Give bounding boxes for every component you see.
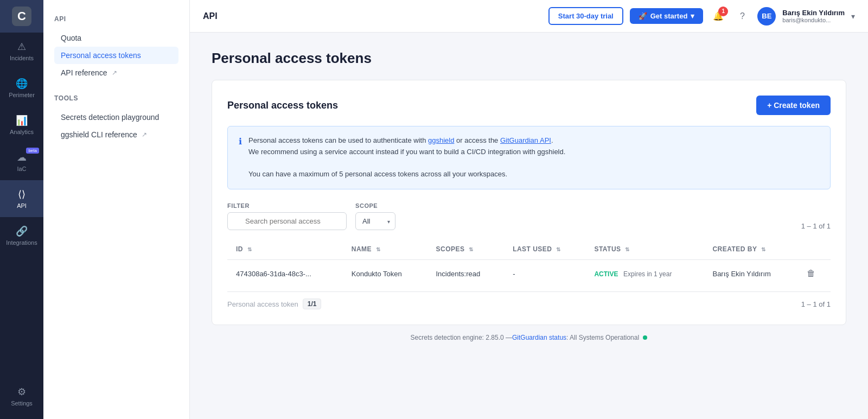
user-email: baris@kondukto... [782, 17, 845, 23]
filter-label: FILTER [227, 202, 347, 209]
sub-sidebar-tools-section: Tools Secrets detection playground ggshi… [43, 90, 189, 152]
search-input[interactable] [227, 212, 347, 230]
filters-area: FILTER 🔍 SCOPE All Read Write [227, 202, 831, 230]
ggshield-external-icon: ↗ [142, 131, 147, 138]
token-actions: 🗑 [798, 260, 831, 288]
scope-select[interactable]: All Read Write [355, 212, 395, 230]
sidebar-label-iac: IaC [17, 166, 26, 172]
top-pagination: 1 – 1 of 1 [801, 222, 831, 230]
scopes-sort-icon[interactable]: ⇅ [469, 246, 473, 252]
sidebar-label-settings: Settings [11, 400, 33, 407]
sidebar-item-integrations[interactable]: 🔗 Integrations [0, 217, 43, 254]
token-scopes: Incidents:read [427, 260, 505, 288]
sidebar-label-integrations: Integrations [6, 239, 37, 246]
token-created-by: Barış Ekin Yıldırım [704, 260, 798, 288]
rocket-icon: 🚀 [639, 12, 647, 20]
info-icon: ℹ [239, 136, 242, 180]
sidebar-item-analytics[interactable]: 📊 Analytics [0, 106, 43, 143]
sidebar-item-personal-access-tokens[interactable]: Personal access tokens [54, 47, 178, 64]
api-icon: ⟨⟩ [18, 188, 25, 200]
token-last-used: - [504, 260, 585, 288]
scope-label: SCOPE [355, 202, 395, 209]
token-count-area: Personal access token 1/1 [227, 299, 321, 309]
logo-letter: C [12, 7, 31, 26]
info-text: Personal access tokens can be used to au… [248, 135, 565, 180]
page-footer: Secrets detection engine: 2.85.0 —GitGua… [212, 325, 846, 350]
expires-text: Expires in 1 year [623, 270, 672, 278]
gitguardian-status-link[interactable]: GitGuardian status [512, 334, 566, 341]
topbar-title: API [203, 11, 218, 21]
get-started-button[interactable]: 🚀 Get started ▾ [630, 8, 704, 24]
col-actions [798, 239, 831, 260]
last-used-sort-icon[interactable]: ⇅ [556, 246, 560, 252]
token-count-badge: 1/1 [303, 299, 322, 309]
question-icon: ? [740, 11, 745, 21]
sidebar-label-perimeter: Perimeter [9, 92, 35, 98]
status-sort-icon[interactable]: ⇅ [625, 246, 629, 252]
sub-sidebar: API Quota Personal access tokens API ref… [43, 0, 190, 419]
gitguardian-api-link[interactable]: GitGuardian API [500, 136, 551, 144]
trial-button[interactable]: Start 30-day trial [548, 7, 623, 25]
delete-token-button[interactable]: 🗑 [807, 269, 815, 278]
info-line1-mid: or access the [454, 136, 500, 144]
get-started-label: Get started [650, 12, 688, 20]
sidebar-item-api[interactable]: ⟨⟩ API [0, 180, 43, 217]
analytics-icon: 📊 [16, 115, 28, 126]
content-area: Personal access tokens Personal access t… [190, 33, 868, 419]
info-box: ℹ Personal access tokens can be used to … [227, 126, 831, 189]
ggshield-link[interactable]: ggshield [428, 136, 454, 144]
sidebar-label-analytics: Analytics [10, 129, 34, 135]
footer-status-text: : All Systems Operational [566, 334, 639, 341]
topbar: API Start 30-day trial 🚀 Get started ▾ 🔔… [190, 0, 868, 33]
col-last-used: LAST USED ⇅ [504, 239, 585, 260]
sidebar-quota-label: Quota [61, 34, 81, 42]
card-header: Personal access tokens + Create token [227, 96, 831, 115]
info-line2: We recommend using a service account ins… [248, 148, 565, 156]
sidebar-ggshield-label: ggshield CLI reference [61, 130, 137, 139]
notifications-button[interactable]: 🔔 1 [710, 8, 727, 25]
settings-icon: ⚙ [17, 386, 26, 398]
created-by-sort-icon[interactable]: ⇅ [761, 246, 765, 252]
chevron-down-icon: ▾ [691, 12, 694, 20]
tokens-card: Personal access tokens + Create token ℹ … [212, 80, 846, 325]
user-name: Barış Ekin Yıldırım [782, 9, 845, 17]
page-title: Personal access tokens [212, 50, 846, 67]
col-id: ID ⇅ [227, 239, 343, 260]
sidebar-item-ggshield[interactable]: ggshield CLI reference ↗ [54, 126, 178, 143]
search-wrapper: 🔍 [227, 212, 347, 230]
token-id: 474308a6-31da-48c3-... [227, 260, 343, 288]
id-sort-icon[interactable]: ⇅ [247, 246, 252, 252]
sidebar-api-ref-label: API reference [61, 68, 107, 77]
sidebar: C ⚠ Incidents 🌐 Perimeter 📊 Analytics be… [0, 0, 43, 419]
user-info: Barış Ekin Yıldırım baris@kondukto... [782, 9, 845, 23]
create-token-button[interactable]: + Create token [756, 96, 831, 115]
card-title: Personal access tokens [227, 100, 338, 111]
integrations-icon: 🔗 [16, 225, 28, 237]
table-body: 474308a6-31da-48c3-... Kondukto Token In… [227, 260, 831, 288]
external-link-icon: ↗ [112, 69, 117, 77]
table-row: 474308a6-31da-48c3-... Kondukto Token In… [227, 260, 831, 288]
sidebar-item-perimeter[interactable]: 🌐 Perimeter [0, 69, 43, 106]
footer-engine-text: Secrets detection engine: 2.85.0 [411, 334, 504, 341]
user-dropdown-icon[interactable]: ▾ [851, 12, 855, 21]
sidebar-item-secrets-detection[interactable]: Secrets detection playground [54, 109, 178, 126]
bottom-pagination: 1 – 1 of 1 [801, 300, 831, 308]
info-line1-end: . [551, 136, 553, 144]
tokens-table: ID ⇅ NAME ⇅ SCOPES ⇅ [227, 239, 831, 287]
sidebar-item-settings[interactable]: ⚙ Settings [0, 378, 43, 415]
topbar-right: Start 30-day trial 🚀 Get started ▾ 🔔 1 ?… [548, 7, 855, 26]
sidebar-item-incidents[interactable]: ⚠ Incidents [0, 33, 43, 69]
sub-sidebar-api-section: API Quota Personal access tokens API ref… [43, 11, 189, 90]
sidebar-item-api-reference[interactable]: API reference ↗ [54, 64, 178, 81]
main-content: API Start 30-day trial 🚀 Get started ▾ 🔔… [190, 0, 868, 419]
sidebar-item-quota[interactable]: Quota [54, 29, 178, 47]
col-name: NAME ⇅ [343, 239, 427, 260]
name-sort-icon[interactable]: ⇅ [376, 246, 380, 252]
info-line3: You can have a maximum of 5 personal acc… [248, 170, 507, 178]
table-footer: Personal access token 1/1 1 – 1 of 1 [227, 291, 831, 309]
table-header: ID ⇅ NAME ⇅ SCOPES ⇅ [227, 239, 831, 260]
scope-group: SCOPE All Read Write ▾ [355, 202, 395, 230]
sidebar-item-iac[interactable]: beta ☁ IaC [0, 143, 43, 180]
help-button[interactable]: ? [733, 8, 751, 25]
notification-count: 1 [718, 7, 728, 16]
